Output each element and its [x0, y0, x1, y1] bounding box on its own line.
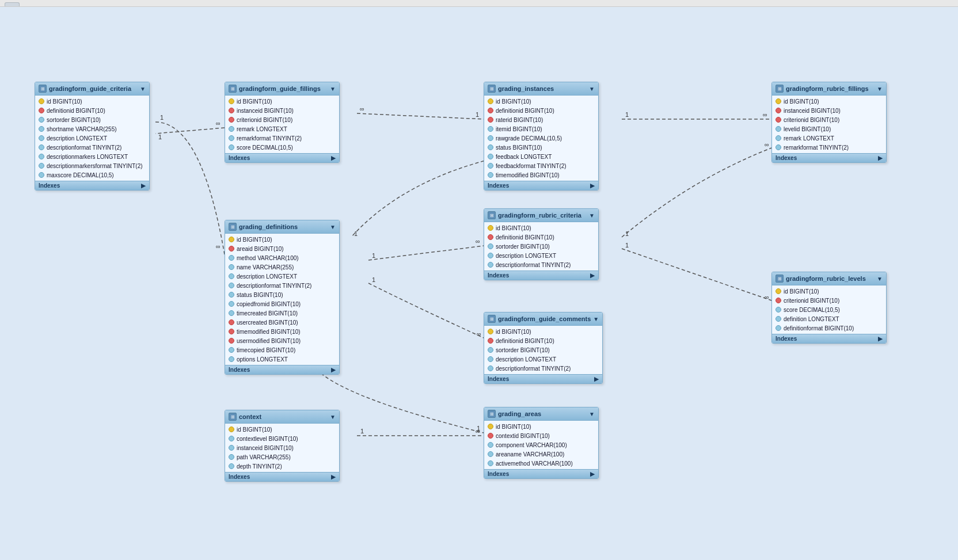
field-icon-nullable [775, 126, 781, 132]
field-icon-nullable [775, 307, 781, 313]
table-header-gradingform_guide_criteria[interactable]: ⊞gradingform_guide_criteria▼ [35, 82, 149, 96]
field-text: maxscore DECIMAL(10,5) [47, 172, 114, 178]
field-text: shortname VARCHAR(255) [47, 126, 117, 132]
table-row: id BIGINT(10) [484, 422, 598, 431]
footer-arrow-icon[interactable]: ▶ [141, 182, 146, 189]
table-header-dropdown-icon[interactable]: ▼ [877, 276, 883, 282]
table-footer-grading_definitions[interactable]: Indexes▶ [225, 365, 339, 374]
footer-arrow-icon[interactable]: ▶ [590, 272, 595, 279]
table-body-grading_areas: id BIGINT(10)contextid BIGINT(10)compone… [484, 421, 598, 469]
table-gradingform_guide_fillings: ⊞gradingform_guide_fillings▼id BIGINT(10… [225, 82, 340, 163]
table-footer-gradingform_rubric_levels[interactable]: Indexes▶ [772, 334, 886, 343]
svg-text:1: 1 [372, 252, 375, 259]
field-icon-nullable [488, 356, 493, 362]
table-header-dropdown-icon[interactable]: ▼ [140, 86, 146, 92]
table-header-dropdown-icon[interactable]: ▼ [330, 86, 336, 92]
table-header-gradingform_rubric_criteria[interactable]: ⊞gradingform_rubric_criteria▼ [484, 209, 598, 222]
footer-arrow-icon[interactable]: ▶ [331, 155, 336, 161]
footer-arrow-icon[interactable]: ▶ [331, 474, 336, 480]
table-footer-gradingform_rubric_criteria[interactable]: Indexes▶ [484, 271, 598, 280]
field-icon-nullable [39, 172, 44, 178]
table-header-grading_areas[interactable]: ⊞grading_areas▼ [484, 407, 598, 421]
table-context: ⊞context▼id BIGINT(10)contextlevel BIGIN… [225, 410, 340, 482]
table-header-dropdown-icon[interactable]: ▼ [589, 86, 595, 92]
table-row: definitionid BIGINT(10) [484, 336, 602, 345]
table-footer-context[interactable]: Indexes▶ [225, 472, 339, 481]
svg-text:1: 1 [354, 230, 358, 237]
field-text: score DECIMAL(10,5) [784, 307, 840, 313]
table-row: contextid BIGINT(10) [484, 431, 598, 440]
table-row: timecreated BIGINT(10) [225, 308, 339, 318]
svg-text:∞: ∞ [763, 111, 767, 118]
field-text: status BIGINT(10) [496, 144, 542, 151]
table-body-gradingform_guide_comments: id BIGINT(10)definitionid BIGINT(10)sort… [484, 326, 602, 374]
table-footer-grading_instances[interactable]: Indexes▶ [484, 181, 598, 190]
table-row: rawgrade DECIMAL(10,5) [484, 134, 598, 143]
table-row: descriptionformat TINYINT(2) [35, 143, 149, 152]
table-header-gradingform_rubric_levels[interactable]: ⊞gradingform_rubric_levels▼ [772, 272, 886, 285]
table-header-gradingform_guide_fillings[interactable]: ⊞gradingform_guide_fillings▼ [225, 82, 339, 96]
field-icon-fk [229, 329, 234, 334]
indexes-label: Indexes [39, 182, 60, 189]
table-header-dropdown-icon[interactable]: ▼ [589, 212, 595, 219]
table-header-dropdown-icon[interactable]: ▼ [330, 414, 336, 420]
table-footer-gradingform_guide_fillings[interactable]: Indexes▶ [225, 153, 339, 162]
table-row: id BIGINT(10) [484, 97, 598, 106]
svg-text:1: 1 [477, 425, 480, 432]
table-header-context[interactable]: ⊞context▼ [225, 410, 339, 424]
table-header-dropdown-icon[interactable]: ▼ [593, 316, 599, 322]
advanced-grading-tab[interactable] [5, 2, 20, 6]
field-icon-nullable [229, 126, 234, 132]
field-icon-nullable [229, 273, 234, 279]
footer-arrow-icon[interactable]: ▶ [878, 155, 883, 161]
field-icon-fk [229, 117, 234, 123]
field-icon-nullable [488, 451, 493, 457]
table-footer-gradingform_guide_comments[interactable]: Indexes▶ [484, 374, 602, 383]
field-icon-nullable [229, 135, 234, 141]
svg-text:∞: ∞ [477, 330, 481, 337]
field-text: sortorder BIGINT(10) [496, 347, 550, 353]
table-header-dropdown-icon[interactable]: ▼ [330, 224, 336, 230]
table-body-gradingform_rubric_criteria: id BIGINT(10)definitionid BIGINT(10)sort… [484, 222, 598, 271]
table-row: description LONGTEXT [35, 134, 149, 143]
field-text: levelid BIGINT(10) [784, 126, 831, 132]
field-text: timecreated BIGINT(10) [237, 310, 298, 317]
table-header-grading_definitions[interactable]: ⊞grading_definitions▼ [225, 220, 339, 234]
table-footer-grading_areas[interactable]: Indexes▶ [484, 469, 598, 478]
table-icon: ⊞ [229, 85, 237, 93]
table-row: remarkformat TINYINT(2) [225, 134, 339, 143]
table-row: score DECIMAL(10,5) [225, 143, 339, 152]
table-row: shortname VARCHAR(255) [35, 124, 149, 134]
table-row: name VARCHAR(255) [225, 262, 339, 272]
table-name: context [239, 413, 328, 420]
table-header-gradingform_rubric_fillings[interactable]: ⊞gradingform_rubric_fillings▼ [772, 82, 886, 96]
svg-text:1: 1 [625, 242, 629, 249]
table-body-gradingform_guide_fillings: id BIGINT(10)instanceid BIGINT(10)criter… [225, 96, 339, 153]
field-text: instanceid BIGINT(10) [237, 445, 294, 451]
footer-arrow-icon[interactable]: ▶ [331, 367, 336, 373]
field-text: descriptionformat TINYINT(2) [237, 283, 311, 289]
footer-arrow-icon[interactable]: ▶ [594, 376, 599, 382]
table-header-dropdown-icon[interactable]: ▼ [589, 411, 595, 417]
field-icon-nullable [775, 144, 781, 150]
table-row: timecopied BIGINT(10) [225, 345, 339, 355]
table-grading_areas: ⊞grading_areas▼id BIGINT(10)contextid BI… [484, 407, 599, 479]
table-row: descriptionmarkersformat TINYINT(2) [35, 161, 149, 170]
table-row: id BIGINT(10) [484, 223, 598, 233]
table-header-gradingform_guide_comments[interactable]: ⊞gradingform_guide_comments▼ [484, 313, 602, 326]
footer-arrow-icon[interactable]: ▶ [590, 471, 595, 477]
field-text: id BIGINT(10) [496, 424, 531, 430]
field-text: description LONGTEXT [496, 356, 556, 363]
table-row: description LONGTEXT [484, 251, 598, 260]
table-header-grading_instances[interactable]: ⊞grading_instances▼ [484, 82, 598, 96]
table-footer-gradingform_rubric_fillings[interactable]: Indexes▶ [772, 153, 886, 162]
field-text: score DECIMAL(10,5) [237, 144, 293, 151]
table-footer-gradingform_guide_criteria[interactable]: Indexes▶ [35, 181, 149, 190]
footer-arrow-icon[interactable]: ▶ [590, 182, 595, 189]
table-row: id BIGINT(10) [772, 287, 886, 296]
field-icon-nullable [775, 325, 781, 331]
footer-arrow-icon[interactable]: ▶ [878, 336, 883, 342]
table-header-dropdown-icon[interactable]: ▼ [877, 86, 883, 92]
field-text: areaid BIGINT(10) [237, 246, 284, 252]
table-name: gradingform_guide_comments [498, 315, 591, 322]
